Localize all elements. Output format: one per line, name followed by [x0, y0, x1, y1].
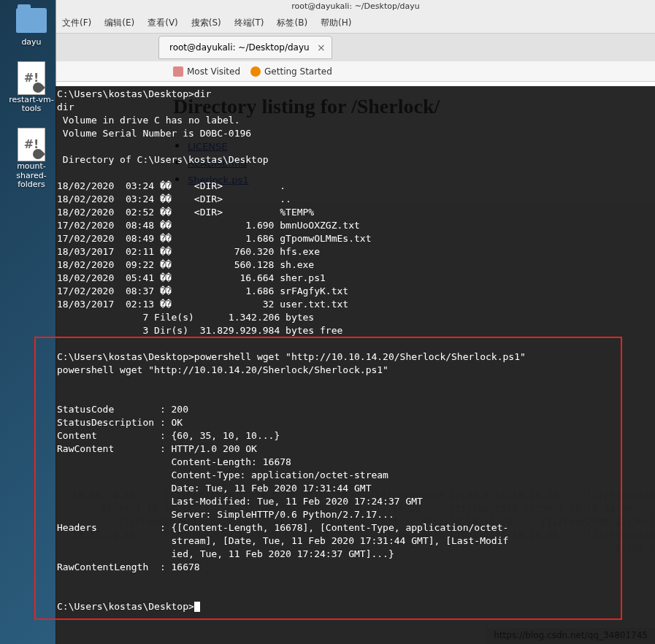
terminal-output-wget: C:\Users\kostas\Desktop>powershell wget … [57, 351, 526, 572]
window-title: root@dayukali: ~/Desktop/dayu [56, 0, 655, 13]
desktop-icon-label: restart-vm-tools [4, 96, 58, 114]
desktop-icon-label: dayu [21, 38, 41, 47]
desktop-icon-label: mount-shared-folders [4, 162, 58, 190]
bookmark-most-visited[interactable]: Most Visited [173, 66, 240, 77]
bookmark-folder-icon [173, 66, 183, 77]
menu-file[interactable]: 文件(F) [62, 17, 91, 29]
terminal-cursor [194, 602, 200, 612]
terminal-output-dir: C:\Users\kostas\Desktop>dir dir Volume i… [57, 88, 371, 336]
bookmark-label: Getting Started [264, 66, 332, 77]
folder-icon [14, 4, 49, 37]
terminal[interactable]: C:\Users\kostas\Desktop>dir dir Volume i… [55, 86, 655, 644]
menu-search[interactable]: 搜索(S) [191, 17, 221, 29]
script-icon: #! [14, 129, 49, 161]
menu-tabs[interactable]: 标签(B) [277, 17, 307, 29]
bookmark-label: Most Visited [187, 66, 240, 77]
firefox-icon [250, 66, 261, 77]
tab-bar: root@dayukali: ~/Desktop/dayu × [56, 34, 655, 61]
desktop-icon-mount-shared-folders[interactable]: #! mount-shared-folders [4, 129, 58, 190]
script-icon: #! [14, 62, 49, 94]
tab-active[interactable]: root@dayukali: ~/Desktop/dayu × [158, 36, 332, 59]
menu-help[interactable]: 帮助(H) [321, 17, 351, 29]
menu-bar: 文件(F) 编辑(E) 查看(V) 搜索(S) 终端(T) 标签(B) 帮助(H… [56, 13, 655, 34]
bookmark-bar: Most Visited Getting Started [56, 61, 655, 82]
bookmark-getting-started[interactable]: Getting Started [250, 66, 332, 77]
menu-view[interactable]: 查看(V) [148, 17, 178, 29]
tab-title: root@dayukali: ~/Desktop/dayu [169, 42, 310, 53]
desktop-icons: dayu #! restart-vm-tools #! mount-shared… [4, 4, 58, 204]
terminal-prompt: C:\Users\kostas\Desktop> [57, 601, 194, 612]
desktop-icon-restart-vm-tools[interactable]: #! restart-vm-tools [4, 62, 58, 114]
desktop-icon-dayu[interactable]: dayu [4, 4, 58, 47]
menu-terminal[interactable]: 终端(T) [234, 17, 264, 29]
menu-edit[interactable]: 编辑(E) [104, 17, 134, 29]
close-icon[interactable]: × [317, 42, 326, 53]
